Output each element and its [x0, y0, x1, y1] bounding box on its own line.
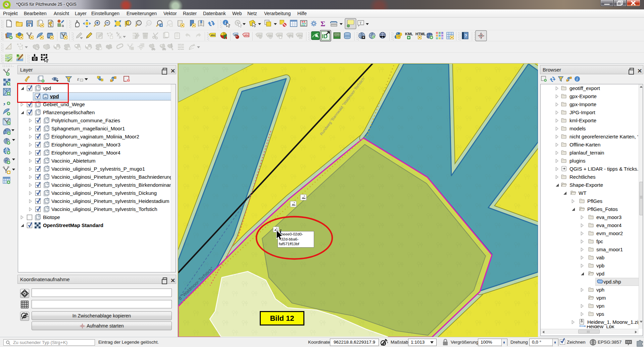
- svg-text:?: ?: [464, 33, 467, 38]
- svg-text:Σ: Σ: [320, 19, 325, 28]
- svg-text:HTML: HTML: [415, 32, 426, 36]
- svg-text:,: ,: [3, 97, 5, 106]
- svg-text:ε: ε: [77, 76, 79, 82]
- svg-text:KML: KML: [405, 32, 413, 36]
- svg-text:a: a: [62, 24, 64, 28]
- svg-text:1:1: 1:1: [147, 22, 151, 24]
- svg-text:T: T: [359, 21, 362, 25]
